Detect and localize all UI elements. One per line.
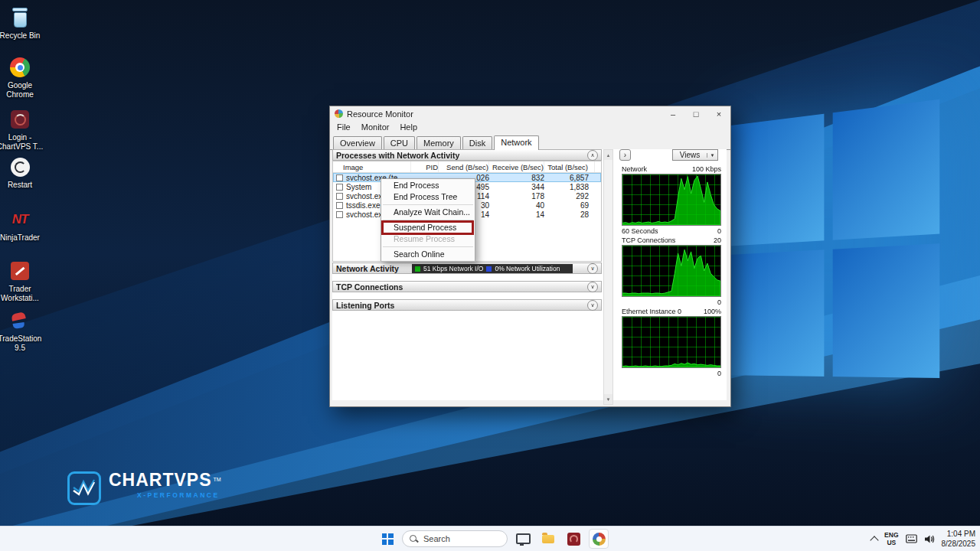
network-activity-summary: 51 Kbps Network I/O 0% Network Utilizati…: [412, 264, 573, 273]
context-menu-item-suspend-process[interactable]: Suspend Process: [381, 222, 475, 233]
monitor-icon: [516, 533, 531, 544]
taskbar-app-monitor[interactable]: [513, 529, 533, 549]
graph-ethernet-instance-0: [622, 316, 721, 368]
views-dropdown[interactable]: Views ▼: [672, 149, 718, 161]
graph-title: TCP Connections: [622, 236, 675, 244]
tab-network[interactable]: Network: [494, 135, 538, 150]
row-checkbox[interactable]: [336, 184, 343, 191]
scroll-up-arrow-icon[interactable]: ▲: [604, 150, 612, 160]
touch-keyboard-icon[interactable]: [906, 534, 917, 543]
maximize-button[interactable]: □: [684, 106, 707, 121]
chartvps-branding: CHARTVPSTM X-PERFORMANCE: [67, 471, 221, 505]
menu-help[interactable]: Help: [394, 122, 423, 132]
dropdown-arrow-icon: ▼: [707, 153, 717, 158]
tray-time: 1:04 PM: [942, 529, 976, 539]
column-header[interactable]: Image: [333, 161, 411, 172]
language-line2: US: [884, 539, 898, 546]
column-header[interactable]: Receive (B/sec): [489, 161, 544, 172]
tab-overview[interactable]: Overview: [333, 136, 382, 149]
graph-footer-row: 60 Seconds0: [622, 227, 721, 236]
chartvps-logo-icon: [67, 471, 101, 505]
graph-min-label: 0: [717, 227, 721, 235]
desktop-icon-login-chartvps[interactable]: Login - ChartVPS T...: [0, 108, 44, 151]
total-cell: 69: [544, 201, 595, 210]
taskbar-app-resource-monitor[interactable]: [589, 529, 609, 549]
receive-cell: 40: [489, 201, 544, 210]
column-header[interactable]: Send (B/sec): [439, 161, 489, 172]
graph-title-row: TCP Connections20: [622, 236, 721, 245]
taskbar: Search ENG US: [0, 526, 980, 551]
tab-bar: OverviewCPUMemoryDiskNetwork: [330, 132, 730, 150]
graph-title: Network: [622, 165, 647, 173]
menu-file[interactable]: File: [332, 122, 356, 132]
desktop-icon-restart[interactable]: Restart: [0, 155, 44, 190]
minimize-button[interactable]: –: [662, 106, 684, 121]
desktop-icon-ninjatrader[interactable]: NTNinjaTrader: [0, 208, 44, 243]
volume-icon[interactable]: [924, 534, 935, 544]
tcp-connections-title: TCP Connections: [336, 282, 403, 292]
total-cell: 292: [544, 192, 595, 201]
views-label: Views: [673, 151, 707, 159]
language-indicator[interactable]: ENG US: [884, 531, 898, 546]
tab-cpu[interactable]: CPU: [384, 136, 415, 149]
start-button[interactable]: [378, 530, 397, 548]
section-header-tcp-connections[interactable]: TCP Connections ∨: [332, 281, 602, 292]
process-name: tssdis.exe: [346, 201, 380, 210]
desktop-icon-label: NinjaTrader: [0, 233, 40, 243]
desktop-icon-trader-workstation[interactable]: Trader Workstati...: [0, 259, 44, 302]
taskbar-clock[interactable]: 1:04 PM 8/28/2025: [942, 529, 976, 549]
network-io-legend-icon: [415, 266, 420, 272]
expand-chevron-down-icon[interactable]: ∨: [587, 282, 598, 292]
context-menu-item-end-process[interactable]: End Process: [381, 180, 475, 191]
row-checkbox[interactable]: [336, 174, 343, 181]
context-menu-item-end-process-tree[interactable]: End Process Tree: [381, 191, 475, 203]
taskbar-app-chartvps[interactable]: [564, 529, 583, 549]
graph-footer-row: 0: [622, 369, 721, 378]
total-cell: 28: [544, 210, 595, 219]
collapse-chevron-up-icon[interactable]: ∧: [587, 150, 598, 161]
tray-date: 8/28/2025: [942, 539, 976, 549]
vertical-scrollbar[interactable]: ▲ ▼: [603, 149, 613, 405]
scroll-down-arrow-icon[interactable]: ▼: [604, 394, 612, 404]
expand-chevron-down-icon[interactable]: ∨: [587, 300, 598, 311]
tab-disk[interactable]: Disk: [462, 136, 492, 149]
menu-separator: [383, 220, 473, 220]
section-header-network-activity[interactable]: Network Activity 51 Kbps Network I/O 0% …: [332, 262, 602, 274]
desktop-icon-tradestation[interactable]: TradeStation 9.5: [0, 309, 44, 352]
context-menu-item-analyze-wait-chain[interactable]: Analyze Wait Chain...: [381, 207, 475, 218]
search-icon: [410, 535, 418, 543]
table-header-row[interactable]: ImagePIDSend (B/sec)Receive (B/sec)Total…: [333, 161, 601, 173]
column-header[interactable]: PID: [411, 161, 439, 172]
chart-line-icon: [73, 478, 96, 498]
title-bar[interactable]: Resource Monitor – □ ×: [330, 106, 730, 121]
section-header-listening-ports[interactable]: Listening Ports ∨: [332, 299, 602, 311]
graph-footer-row: 0: [622, 298, 721, 307]
graph-max-label: 100%: [704, 308, 721, 315]
row-checkbox[interactable]: [336, 202, 343, 209]
row-checkbox[interactable]: [336, 193, 343, 200]
window-title: Resource Monitor: [347, 109, 413, 119]
graph-network: [622, 174, 721, 226]
network-utilization-legend-icon: [486, 266, 492, 272]
column-header[interactable]: Total (B/sec): [544, 161, 595, 172]
search-input[interactable]: Search: [402, 530, 508, 547]
row-checkbox[interactable]: [336, 211, 343, 218]
context-menu-item-search-online[interactable]: Search Online: [381, 249, 475, 260]
expand-chevron-down-icon[interactable]: ∨: [587, 263, 598, 274]
brand-name: CHARTVPS: [109, 470, 212, 490]
receive-cell: 832: [489, 174, 544, 182]
taskbar-app-file-explorer[interactable]: [538, 529, 558, 549]
desktop-icon-google-chrome[interactable]: Google Chrome: [0, 56, 44, 99]
graph-max-label: 20: [714, 236, 721, 244]
hidden-icons-chevron-icon[interactable]: [870, 536, 878, 544]
resource-monitor-icon: [593, 533, 606, 546]
desktop-icon-recycle-bin[interactable]: Recycle Bin: [0, 6, 44, 41]
panel-collapse-chevron-icon[interactable]: ›: [619, 149, 631, 161]
section-header-processes[interactable]: Processes with Network Activity ∧: [332, 149, 602, 161]
windows-start-icon: [382, 533, 394, 545]
receive-cell: 344: [489, 183, 544, 191]
context-menu-item-resume-process: Resume Process: [381, 233, 475, 245]
menu-monitor[interactable]: Monitor: [356, 122, 395, 132]
tab-memory[interactable]: Memory: [416, 136, 461, 149]
close-button[interactable]: ×: [707, 106, 730, 121]
